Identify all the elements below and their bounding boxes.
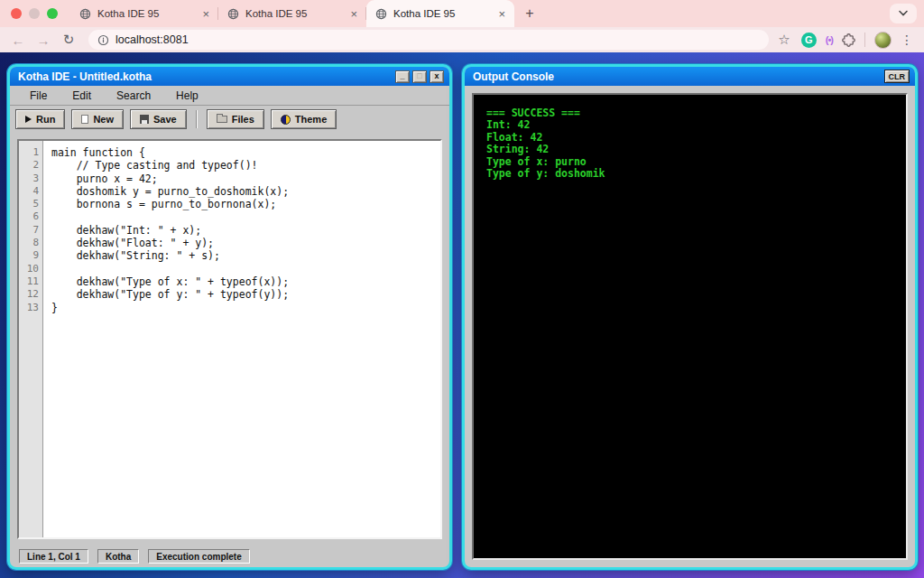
console-output-line: String: 42 — [486, 144, 893, 155]
toolbar-button-label: Save — [153, 114, 177, 125]
line-number: 13 — [19, 302, 39, 314]
new-button[interactable]: New — [71, 109, 124, 129]
page-icon — [81, 115, 88, 124]
minimize-button[interactable]: _ — [395, 70, 410, 83]
close-button[interactable]: x — [430, 70, 444, 83]
menu-item-help[interactable]: Help — [163, 89, 211, 102]
maximize-button[interactable]: □ — [412, 70, 427, 83]
line-number: 12 — [19, 288, 39, 301]
line-number: 11 — [19, 275, 39, 288]
save-button[interactable]: Save — [130, 109, 187, 129]
line-number: 5 — [19, 198, 39, 210]
line-number: 9 — [19, 249, 39, 262]
globe-favicon — [79, 8, 91, 20]
browser-tab-1[interactable]: Kotha IDE 95× — [70, 0, 218, 27]
url-text[interactable]: localhost:8081 — [116, 33, 189, 46]
broadcast-icon[interactable]: (•) — [826, 34, 833, 45]
theme-icon — [281, 115, 291, 125]
line-number: 8 — [19, 237, 39, 249]
code-text-area[interactable]: main function { // Type casting and type… — [43, 141, 440, 537]
console-titlebar[interactable]: Output Console CLR — [465, 67, 915, 86]
close-window-light[interactable] — [11, 8, 22, 19]
console-output-line: Int: 42 — [486, 119, 893, 131]
tab-close-icon[interactable]: × — [496, 7, 507, 21]
play-icon — [25, 116, 32, 123]
code-line: dekhaw("Type of y: " + typeof(y)); — [51, 288, 440, 301]
line-number: 4 — [19, 185, 39, 198]
address-bar[interactable]: localhost:8081 — [88, 30, 769, 50]
code-line: bornona s = purno_to_bornona(x); — [51, 198, 440, 210]
execution-status: Execution complete — [148, 549, 249, 564]
ide-titlebar[interactable]: Kotha IDE - Untitled.kotha _ □ x — [10, 67, 449, 86]
code-line — [51, 263, 440, 275]
menu-item-edit[interactable]: Edit — [60, 89, 104, 102]
tab-list: Kotha IDE 95×Kotha IDE 95×Kotha IDE 95× — [70, 0, 514, 27]
output-console-window: Output Console CLR === SUCCESS ===Int: 4… — [462, 64, 918, 570]
toolbar-button-label: New — [93, 114, 114, 125]
globe-favicon — [375, 8, 387, 20]
extensions-puzzle-icon[interactable] — [842, 33, 855, 47]
language-status: Kotha — [97, 549, 139, 564]
code-line: // Type casting and typeof()! — [51, 159, 440, 172]
chevron-down-icon — [898, 10, 909, 17]
run-button[interactable]: Run — [15, 109, 65, 129]
toolbar-divider — [864, 33, 865, 47]
minimize-window-light[interactable] — [29, 8, 40, 19]
floppy-icon — [140, 115, 149, 124]
menu-item-search[interactable]: Search — [104, 89, 163, 102]
forward-button[interactable]: → — [32, 33, 54, 48]
tab-search-button[interactable] — [890, 4, 917, 23]
bookmark-star-icon[interactable]: ☆ — [778, 32, 790, 48]
tab-title: Kotha IDE 95 — [245, 8, 342, 19]
desktop-background: Kotha IDE - Untitled.kotha _ □ x FileEdi… — [0, 52, 924, 578]
tab-close-icon[interactable]: × — [200, 7, 211, 21]
tab-close-icon[interactable]: × — [348, 7, 359, 21]
cursor-position-status: Line 1, Col 1 — [19, 549, 88, 564]
tab-title: Kotha IDE 95 — [97, 8, 194, 19]
code-line: dekhaw("Float: " + y); — [51, 237, 440, 249]
browser-tab-2[interactable]: Kotha IDE 95× — [218, 0, 366, 27]
console-output-line: === SUCCESS === — [486, 107, 893, 119]
line-number: 2 — [19, 159, 39, 172]
grammarly-icon[interactable]: G — [801, 33, 817, 48]
code-line: purno x = 42; — [51, 172, 440, 185]
browser-tab-3[interactable]: Kotha IDE 95× — [366, 0, 514, 27]
code-line: } — [51, 302, 440, 314]
line-number-gutter: 12345678910111213 — [19, 141, 43, 537]
reload-button[interactable]: ↻ — [58, 32, 79, 48]
line-number: 3 — [19, 172, 39, 185]
code-line — [51, 210, 440, 223]
menu-kebab-icon[interactable]: ⋮ — [901, 33, 913, 47]
menu-item-file[interactable]: File — [17, 89, 60, 102]
ide-statusbar: Line 1, Col 1KothaExecution complete — [10, 545, 449, 567]
toolbar-separator — [196, 110, 198, 128]
browser-toolbar: ← → ↻ localhost:8081 ☆ G (•) ⋮ — [0, 27, 924, 52]
ide-window-title: Kotha IDE - Untitled.kotha — [18, 70, 393, 83]
line-number: 1 — [19, 146, 39, 159]
console-output-line: Float: 42 — [486, 132, 893, 144]
toolbar-extensions: ☆ G (•) ⋮ — [778, 32, 917, 49]
profile-avatar[interactable] — [874, 32, 892, 49]
zoom-window-light[interactable] — [47, 8, 58, 19]
new-tab-button[interactable]: + — [518, 2, 541, 25]
globe-favicon — [227, 8, 239, 20]
back-button[interactable]: ← — [7, 33, 29, 48]
code-line: dekhaw("String: " + s); — [51, 249, 440, 262]
console-window-title: Output Console — [473, 70, 884, 83]
code-line: main function { — [51, 146, 440, 159]
code-editor[interactable]: 12345678910111213 main function { // Typ… — [17, 139, 442, 539]
theme-button[interactable]: Theme — [271, 109, 337, 129]
site-info-icon[interactable] — [97, 34, 109, 46]
files-button[interactable]: Files — [207, 109, 264, 129]
console-output-screen[interactable]: === SUCCESS ===Int: 42Float: 42String: 4… — [472, 93, 908, 560]
toolbar-button-label: Files — [232, 114, 254, 125]
toolbar-button-label: Theme — [295, 114, 327, 125]
code-line: dekhaw("Int: " + x); — [51, 224, 440, 237]
clear-console-button[interactable]: CLR — [884, 70, 910, 83]
code-line: dekhaw("Type of x: " + typeof(x)); — [51, 275, 440, 288]
console-output-line: Type of x: purno — [486, 156, 893, 168]
line-number: 6 — [19, 210, 39, 223]
toolbar-button-label: Run — [36, 114, 55, 125]
line-number: 7 — [19, 224, 39, 237]
ide-toolbar: RunNewSaveFilesTheme — [10, 106, 449, 133]
